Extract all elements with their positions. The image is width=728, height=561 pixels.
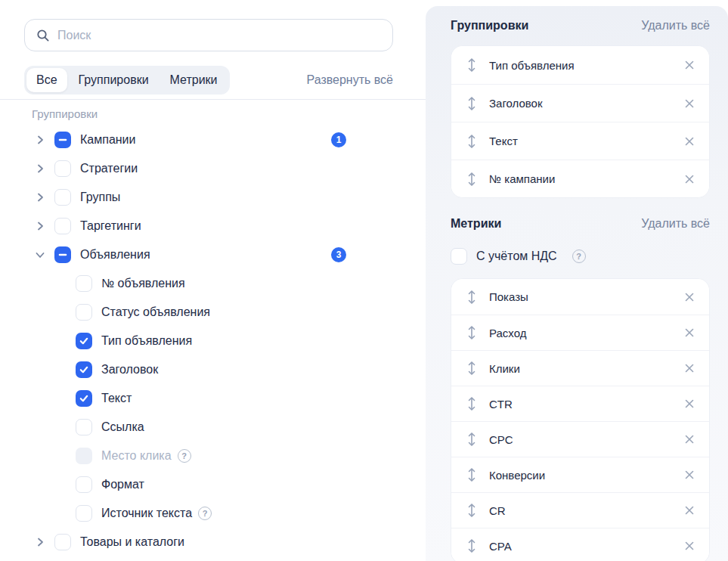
checkbox-unchecked[interactable] (54, 534, 71, 550)
remove-field-icon[interactable] (683, 504, 695, 516)
checkbox-unchecked[interactable] (76, 419, 92, 435)
remove-field-icon[interactable] (683, 98, 695, 110)
checkbox-unchecked[interactable] (76, 275, 92, 292)
tree-item-label: Товары и каталоги (80, 535, 184, 549)
tree-item-label: Кампании (80, 133, 136, 147)
drag-handle-icon[interactable] (466, 57, 477, 73)
selected-field-row: № кампании (451, 160, 709, 197)
checkbox-indeterminate[interactable] (54, 132, 71, 148)
tree-item-label: Статус объявления (101, 305, 210, 319)
drag-handle-icon[interactable] (466, 171, 477, 188)
drag-handle-icon[interactable] (466, 324, 477, 341)
drag-handle-icon[interactable] (466, 395, 477, 412)
checkbox-unchecked[interactable] (54, 218, 71, 234)
remove-field-icon[interactable] (683, 173, 695, 185)
remove-field-icon[interactable] (683, 135, 695, 147)
chevron-right-icon[interactable] (32, 132, 48, 148)
tree-item-label: Место клика (101, 449, 172, 463)
selected-field-label: Тип объявления (489, 59, 683, 72)
selected-field-row: CR (451, 492, 709, 528)
checkbox-checked[interactable] (76, 390, 92, 407)
fields-tree: Кампании1СтратегииГруппыТаргетингиОбъявл… (0, 126, 426, 556)
tree-row[interactable]: Источник текста? (0, 499, 426, 528)
tree-row[interactable]: Товары и каталоги (0, 528, 426, 556)
drag-handle-icon[interactable] (466, 431, 477, 448)
groupings-clear-all-link[interactable]: Удалить всё (641, 19, 710, 33)
vat-checkbox-row[interactable]: С учётом НДС ? (451, 246, 710, 266)
checkbox-unchecked[interactable] (76, 476, 92, 493)
tabs-row: ВсеГруппировкиМетрики Развернуть всё (24, 64, 393, 96)
drag-handle-icon[interactable] (466, 466, 477, 483)
drag-handle-icon[interactable] (466, 538, 477, 554)
drag-handle-icon[interactable] (466, 502, 477, 519)
search-icon (36, 29, 50, 42)
help-icon[interactable]: ? (178, 449, 191, 463)
checkbox-unchecked[interactable] (54, 160, 71, 177)
groupings-list: Тип объявленияЗаголовокТекст№ кампании (451, 45, 710, 198)
selected-field-row: Заголовок (451, 84, 709, 122)
selected-field-label: Показы (489, 290, 683, 303)
remove-field-icon[interactable] (683, 433, 695, 445)
drag-handle-icon[interactable] (466, 133, 477, 150)
selected-field-row: CPC (451, 421, 709, 457)
checkbox-checked[interactable] (76, 361, 92, 378)
tree-item-label: № объявления (101, 277, 185, 290)
selected-field-row: Показы (451, 279, 709, 315)
checkbox-disabled (76, 448, 92, 464)
tree-item-label: Стратегии (80, 162, 138, 175)
tree-row[interactable]: Заголовок (0, 355, 426, 384)
tree-row[interactable]: Стратегии (0, 154, 426, 183)
tab-metrics[interactable]: Метрики (160, 68, 228, 92)
remove-field-icon[interactable] (683, 398, 695, 410)
checkbox-unchecked[interactable] (54, 189, 71, 206)
remove-field-icon[interactable] (683, 291, 695, 303)
tree-row[interactable]: Текст (0, 384, 426, 413)
tree-row[interactable]: Объявления3 (0, 240, 426, 269)
tree-row[interactable]: Ссылка (0, 413, 426, 442)
tab-all[interactable]: Все (26, 68, 67, 92)
remove-field-icon[interactable] (683, 540, 695, 552)
tree-row[interactable]: Формат (0, 470, 426, 499)
remove-field-icon[interactable] (683, 327, 695, 339)
tree-row[interactable]: № объявления (0, 269, 426, 298)
checkbox-unchecked[interactable] (76, 304, 92, 321)
selected-field-label: CR (489, 504, 683, 517)
checkbox-unchecked[interactable] (76, 505, 92, 522)
chevron-right-icon[interactable] (32, 160, 48, 177)
tree-row[interactable]: Таргетинги (0, 212, 426, 240)
selected-fields-panel: Группировки Удалить всё Тип объявленияЗа… (426, 6, 728, 561)
checkbox-indeterminate[interactable] (54, 246, 71, 263)
help-icon[interactable]: ? (198, 507, 212, 520)
help-icon[interactable]: ? (572, 250, 586, 263)
tree-row[interactable]: Группы (0, 183, 426, 212)
expand-all-link[interactable]: Развернуть всё (307, 73, 393, 87)
tree-item-label: Тип объявления (101, 334, 192, 348)
search-box[interactable] (24, 19, 393, 51)
tab-groupings[interactable]: Группировки (69, 68, 159, 92)
drag-handle-icon[interactable] (466, 289, 477, 305)
chevron-right-icon[interactable] (32, 189, 48, 206)
chevron-down-icon[interactable] (32, 246, 48, 263)
tree-item-label: Текст (101, 392, 132, 405)
tree-item-label: Таргетинги (80, 219, 141, 233)
checkbox-checked[interactable] (76, 333, 92, 349)
drag-handle-icon[interactable] (466, 360, 477, 377)
vat-checkbox[interactable] (451, 248, 467, 265)
remove-field-icon[interactable] (683, 362, 695, 374)
remove-field-icon[interactable] (683, 469, 695, 481)
tree-row[interactable]: Кампании1 (0, 126, 426, 154)
fields-selector-panel: ВсеГруппировкиМетрики Развернуть всё Гру… (0, 0, 426, 561)
chevron-right-icon[interactable] (32, 218, 48, 234)
drag-handle-icon[interactable] (466, 95, 477, 112)
tree-row[interactable]: Место клика? (0, 442, 426, 470)
selected-field-row: Клики (451, 350, 709, 386)
selected-field-label: Конверсии (489, 469, 683, 482)
search-input[interactable] (57, 29, 381, 42)
selected-field-row: Тип объявления (451, 46, 709, 84)
remove-field-icon[interactable] (683, 59, 695, 71)
selected-field-label: № кампании (489, 172, 683, 185)
metrics-clear-all-link[interactable]: Удалить всё (641, 217, 710, 231)
tree-row[interactable]: Тип объявления (0, 327, 426, 355)
tree-row[interactable]: Статус объявления (0, 298, 426, 327)
chevron-right-icon[interactable] (32, 534, 48, 550)
